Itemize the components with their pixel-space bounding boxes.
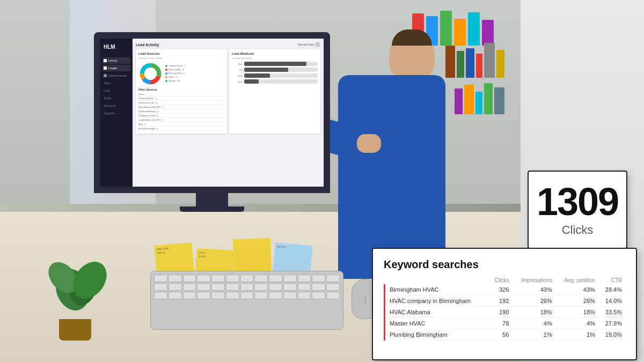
book <box>494 87 504 114</box>
key <box>254 283 268 291</box>
keyword-card-title: Keyword searches <box>384 258 625 271</box>
clicks-cell: 78 <box>488 318 512 329</box>
hlm-header: Lead Activity Marcea Petal <box>136 42 320 47</box>
legend-label: Google - 29 <box>169 79 180 82</box>
sidebar-item-support[interactable]: Support <box>103 110 130 116</box>
impressions-cell: 1% <box>512 329 555 341</box>
clicks-card: 1309 Clicks <box>528 171 627 249</box>
lead-mediums-card: Lead Mediums +Contact Referral/14 Web <box>229 49 320 134</box>
legend-label: Direct (local) - 2 <box>169 68 184 71</box>
bar-row: Web <box>232 62 318 66</box>
bar-label: Web <box>232 63 243 65</box>
performance-icon <box>104 74 107 77</box>
key <box>326 275 340 282</box>
bar-fill <box>244 73 270 78</box>
key <box>226 292 239 299</box>
donut-chart <box>138 62 163 86</box>
binder <box>454 19 466 46</box>
legend-dot <box>165 76 167 78</box>
key <box>283 292 297 299</box>
sidebar-label: Lists <box>104 89 110 92</box>
bar-row: other <box>232 79 318 84</box>
key <box>269 283 282 291</box>
table-row: Master HVAC 78 4% 4% 27.9% <box>385 318 626 329</box>
avg-position-cell: 18% <box>555 307 598 318</box>
source-item: certifiedlitemonitor.012 - 4 <box>138 118 224 122</box>
sidebar-label: Home <box>108 59 117 62</box>
key <box>298 283 311 291</box>
table-row: Plumbing Birmingham 56 1% 1% 19.0% <box>385 329 626 341</box>
clicks-cell: 190 <box>488 307 512 318</box>
legend-label: Organic (local) - 3 <box>169 64 186 67</box>
col-avg-position: Avg. position <box>555 276 598 284</box>
book <box>455 88 463 114</box>
key <box>154 283 167 291</box>
col-clicks: Clicks <box>488 276 512 284</box>
sidebar-item-leads[interactable]: Leads <box>103 65 130 71</box>
key <box>269 292 282 299</box>
key <box>226 283 239 291</box>
sidebar-item-lists[interactable]: Lists <box>103 87 130 94</box>
legend-dot <box>165 72 167 75</box>
lead-mediums-title: Lead Mediums <box>232 52 318 55</box>
legend-item: Other - 1 <box>165 76 186 78</box>
sidebar-label: Leads <box>108 67 117 70</box>
sidebar-label: Support <box>104 112 115 115</box>
legend-item: Referral (Ref) - 1 <box>165 72 186 75</box>
page-title: Lead Activity <box>136 43 159 47</box>
person-head <box>389 32 435 80</box>
books-row <box>445 43 504 78</box>
key <box>183 275 196 282</box>
other-sources-title: Other Sources <box>138 88 224 91</box>
keyword-table: Clicks Impresations Avg. position CTR Bi… <box>384 276 625 341</box>
binder <box>468 12 480 46</box>
bar-fill <box>244 68 288 72</box>
bar-fill <box>244 62 306 66</box>
bar-row: 214 <box>232 68 318 72</box>
legend-dot <box>165 69 167 71</box>
clicks-cell: 56 <box>488 329 512 341</box>
sidebar-label: Tools <box>104 97 111 100</box>
book <box>476 54 482 78</box>
sidebar-item-performance[interactable]: Performance <box>103 72 130 79</box>
key <box>283 283 297 291</box>
impressions-cell: 26% <box>512 295 555 307</box>
bar-label: other <box>232 80 243 83</box>
plant <box>43 244 107 341</box>
avg-position-cell: 26% <box>555 295 598 307</box>
sidebar-item-account[interactable]: Account <box>103 102 130 109</box>
table-header-row: Clicks Impresations Avg. position CTR <box>385 276 626 284</box>
mouse-scroll-wheel <box>365 295 365 304</box>
book <box>445 46 455 78</box>
avg-position-cell: 43% <box>555 284 598 295</box>
book <box>484 83 493 114</box>
keyword-cell: Birmingham HVAC <box>385 284 488 295</box>
sidebar-label: Performance <box>108 74 127 77</box>
ctr-cell: 14.0% <box>598 295 625 307</box>
col-keyword <box>385 276 488 284</box>
key <box>312 292 325 299</box>
impressions-cell: 43% <box>512 284 555 295</box>
sidebar-item-tools[interactable]: Tools <box>103 95 130 101</box>
key <box>240 275 254 282</box>
sidebar-item-home[interactable]: Home <box>103 57 130 64</box>
monitor: HLM. Home Leads Performance <box>94 32 330 215</box>
other-sources: Other Sources Yahoo Checkmate/Peri - 1 R… <box>138 88 224 131</box>
key <box>154 275 167 282</box>
key <box>169 292 182 299</box>
clicks-cell: 326 <box>488 284 512 295</box>
legend-dot <box>165 80 167 82</box>
key <box>240 283 254 291</box>
keyword-cell: Master HVAC <box>385 318 488 329</box>
keyword-searches-card: Keyword searches Clicks Impresations Avg… <box>372 248 637 360</box>
ctr-cell: 19.0% <box>598 329 625 341</box>
page-wrapper: MEETING FRI 10 CALL BACK NOTES <box>0 0 644 362</box>
key <box>326 292 340 299</box>
keyword-cell: Plumbing Birmingham <box>385 329 488 341</box>
bar-track <box>244 68 318 72</box>
legend-item: Organic (local) - 3 <box>165 64 186 67</box>
clicks-cell: 192 <box>488 295 512 307</box>
donut-chart-area: Organic (local) - 3 Direct (local) - 2 <box>138 62 224 86</box>
key <box>312 275 325 282</box>
sidebar-item-jobs[interactable]: Jobs <box>103 80 130 86</box>
